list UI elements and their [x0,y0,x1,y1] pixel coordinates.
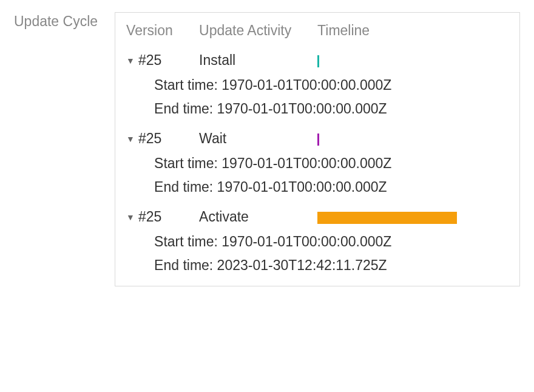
summary-row[interactable]: ▼#25Wait [126,130,509,147]
summary-row[interactable]: ▼#25Install [126,52,509,69]
version-cell[interactable]: ▼#25 [126,209,199,225]
version-text: #25 [138,209,161,225]
col-activity: Update Activity [199,22,317,39]
table-header: Version Update Activity Timeline [126,22,509,39]
activity-cell: Activate [199,209,317,225]
activity-cell: Wait [199,130,317,147]
start-time: Start time: 1970-01-01T00:00:00.000Z [126,155,509,172]
summary-row[interactable]: ▼#25Activate [126,209,509,225]
caret-down-icon[interactable]: ▼ [126,134,135,144]
table-row: ▼#25ActivateStart time: 1970-01-01T00:00… [126,209,509,274]
start-time: Start time: 1970-01-01T00:00:00.000Z [126,234,509,250]
end-time: End time: 2023-01-30T12:42:11.725Z [126,257,509,274]
field-label-update-cycle: Update Cycle [14,12,98,30]
table-row: ▼#25WaitStart time: 1970-01-01T00:00:00.… [126,130,509,195]
table-row: ▼#25InstallStart time: 1970-01-01T00:00:… [126,52,509,117]
timeline-bar [317,212,457,224]
timeline-cell [317,211,509,224]
start-time: Start time: 1970-01-01T00:00:00.000Z [126,77,509,93]
col-timeline: Timeline [317,22,509,39]
caret-down-icon[interactable]: ▼ [126,212,135,222]
version-text: #25 [138,52,161,69]
timeline-cell [317,54,509,67]
caret-down-icon[interactable]: ▼ [126,56,135,66]
timeline-bar [317,133,319,146]
timeline-cell [317,132,509,146]
timeline-bar [317,55,319,67]
end-time: End time: 1970-01-01T00:00:00.000Z [126,179,509,195]
activity-cell: Install [199,52,317,69]
col-version: Version [126,22,199,39]
end-time: End time: 1970-01-01T00:00:00.000Z [126,101,509,117]
version-text: #25 [138,130,161,147]
update-cycle-panel: Version Update Activity Timeline ▼#25Ins… [115,12,520,286]
version-cell[interactable]: ▼#25 [126,52,199,69]
version-cell[interactable]: ▼#25 [126,130,199,147]
